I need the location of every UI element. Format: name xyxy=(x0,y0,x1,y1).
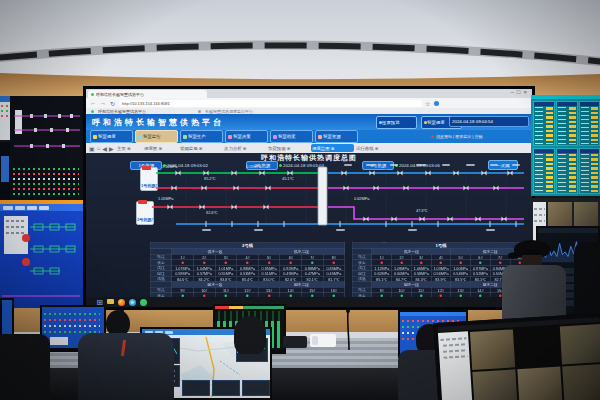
browser-tab[interactable]: 呼和浩特长输智慧供热平台 xyxy=(88,90,207,98)
workspace-tab[interactable]: 调度总图 ⊗ xyxy=(311,144,354,152)
video-wall: 呼和浩特长输智慧供热平台 –□× ← → ↻ http://10.133.154… xyxy=(83,86,535,310)
notification-dot-icon xyxy=(431,135,434,138)
left-blue-window-screen xyxy=(0,200,83,308)
ceiling xyxy=(0,0,600,96)
status-dot-icon xyxy=(459,262,462,265)
status-dot-icon xyxy=(400,262,403,265)
workspace-tab-label: 运行曲线 ⊗ xyxy=(356,145,379,151)
avatar[interactable] xyxy=(434,101,439,106)
value-cell: 0.58MPa xyxy=(411,271,431,277)
dispatch-diagram-canvas: 呼和浩特长输供热调度总图 1号热源 2024-04-18 09:03:02 2号… xyxy=(86,153,532,297)
camera-thumbnail[interactable] xyxy=(517,367,562,400)
url-field[interactable]: http://10.133.154.134:8081 xyxy=(119,100,422,107)
station-label xyxy=(390,164,398,166)
value-cell: 1.04MPa xyxy=(193,265,215,271)
window-controls[interactable]: –□× xyxy=(511,89,530,95)
value-cell: 1.01MPa xyxy=(215,265,237,271)
prev-icon[interactable]: ◀ xyxy=(102,145,107,152)
camera-thumbnail[interactable] xyxy=(515,327,560,368)
cctv-grid xyxy=(469,323,600,400)
station-label xyxy=(344,164,352,166)
cast-preview-button[interactable]: 投屏预览 xyxy=(376,116,417,129)
green-app-icon[interactable] xyxy=(140,299,147,306)
readout: 45.1℃ xyxy=(282,177,294,181)
module-label: 智慧调度 xyxy=(98,133,116,139)
module-icon xyxy=(273,135,277,139)
status-dot-icon xyxy=(225,262,228,265)
app-title: 呼和浩特长输智慧供热平台 xyxy=(92,117,224,128)
module-label: 智慧生产 xyxy=(188,133,206,139)
phone-handset xyxy=(312,336,318,345)
status-dot-icon xyxy=(246,262,249,265)
close-icon[interactable]: × xyxy=(523,89,530,95)
workspace-tab[interactable]: 运行曲线 ⊗ xyxy=(355,144,398,152)
right-teal-table-screen xyxy=(531,95,600,196)
readout: 1.05MPa xyxy=(158,197,173,201)
next-icon[interactable]: ▶ xyxy=(109,145,114,152)
station-label xyxy=(442,164,450,166)
home-icon[interactable]: ⌂ xyxy=(97,145,101,151)
station-label xyxy=(336,229,345,231)
firefox-icon[interactable] xyxy=(118,299,125,306)
bookmark-item[interactable]: 呼和浩特长输智慧供热平台 xyxy=(98,108,146,114)
workspace-tab[interactable]: 调度图 ⊗ xyxy=(143,144,178,152)
module-button[interactable]: 智慧资源 xyxy=(315,130,358,143)
value-cell: 0.62MPa xyxy=(372,271,392,277)
station-label xyxy=(490,164,498,166)
camera-thumbnail[interactable] xyxy=(470,329,515,370)
url-text: http://10.133.154.134:8081 xyxy=(122,101,170,106)
fullscreen-icon[interactable]: ▣ xyxy=(89,145,95,152)
microphone xyxy=(344,308,354,350)
windows-taskbar: ⊞e xyxy=(86,297,532,307)
workspace-tab[interactable]: 负荷预测 ⊗ xyxy=(267,144,310,152)
bookmark-item[interactable]: 长输智慧供热调度监控平台 xyxy=(205,108,253,114)
module-icon xyxy=(228,135,232,139)
module-icon xyxy=(318,135,322,139)
smart-dispatch-label: 智慧调度 xyxy=(427,119,445,125)
workspace-tab[interactable]: 水力分析 ⊗ xyxy=(223,144,266,152)
map-overlay-card xyxy=(242,380,270,396)
value-cell: 0.47MPa xyxy=(302,271,324,277)
module-button[interactable]: 智慧监控 xyxy=(135,130,178,143)
value-cell: 0.52MPa xyxy=(471,271,491,277)
station-label xyxy=(366,164,375,166)
camera-thumbnail[interactable] xyxy=(560,324,600,364)
back-icon[interactable]: ← xyxy=(90,100,96,106)
module-icon xyxy=(93,135,97,139)
bookmark-star-icon[interactable]: ☆ xyxy=(425,100,430,107)
edge-icon[interactable]: e xyxy=(129,299,136,306)
module-button[interactable]: 智慧生产 xyxy=(180,130,223,143)
window-toolbar xyxy=(0,204,83,211)
module-label: 智慧档案 xyxy=(278,133,296,139)
clock-chip: 2024-04-18 09:04:54 xyxy=(449,116,529,127)
camera-thumbnail[interactable] xyxy=(472,369,517,400)
readout: 1.10MPa xyxy=(162,165,177,169)
refresh-icon[interactable]: ↻ xyxy=(110,100,115,107)
value-cell: 1.00MPa xyxy=(451,265,471,271)
station-label xyxy=(512,164,520,166)
module-label: 智慧决策 xyxy=(233,133,251,139)
operator-head-center xyxy=(234,316,266,354)
browser-address-bar: ← → ↻ http://10.133.154.134:8081 ☆ xyxy=(86,98,532,108)
station-label xyxy=(486,229,495,231)
module-button[interactable]: 智慧调度 xyxy=(90,130,133,143)
workspace-tab[interactable]: 主页 ⊗ xyxy=(116,144,143,152)
module-button[interactable]: 智慧决策 xyxy=(225,130,268,143)
value-cell: 0.55MPa xyxy=(215,271,237,277)
user-bar[interactable]: 消息通知 | 图形监控 | 注销 xyxy=(431,131,529,142)
workspace-tab-label: 调度总图 ⊗ xyxy=(312,145,335,151)
status-dot-icon xyxy=(268,262,271,265)
map-overlay-card xyxy=(182,380,210,396)
user-bar-text: 消息通知 | 图形监控 | 注销 xyxy=(436,134,483,140)
intercom-console[interactable] xyxy=(283,336,307,348)
station-label xyxy=(202,229,211,231)
module-label: 智慧监控 xyxy=(143,133,161,139)
workspace-tab[interactable]: 管网监视 ⊗ xyxy=(179,144,222,152)
desk-phone[interactable] xyxy=(310,334,336,347)
readout: 0.59MPa xyxy=(246,165,261,169)
module-button[interactable]: 智慧档案 xyxy=(270,130,313,143)
camera-thumbnail[interactable] xyxy=(562,364,600,400)
workspace-tab-label: 水力分析 ⊗ xyxy=(224,145,247,151)
forward-icon[interactable]: → xyxy=(100,100,106,106)
explorer-icon[interactable] xyxy=(107,299,114,304)
